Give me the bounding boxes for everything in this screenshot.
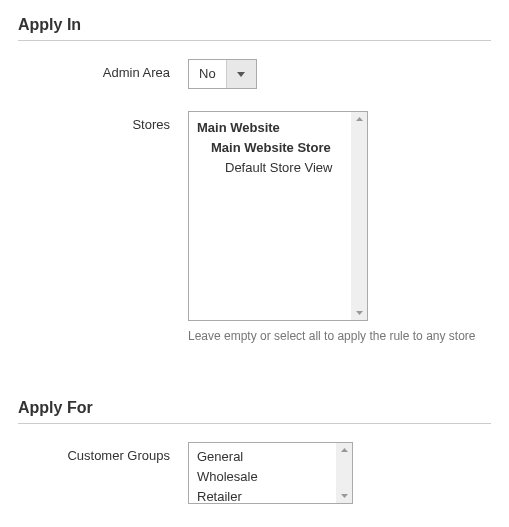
scroll-up-icon[interactable] [351, 112, 367, 126]
admin-area-value: No [189, 60, 226, 88]
scrollbar[interactable] [351, 112, 367, 320]
svg-marker-0 [237, 72, 245, 77]
stores-listbox[interactable]: Main Website Main Website Store Default … [188, 111, 368, 321]
list-item[interactable]: Retailer [197, 487, 344, 504]
divider [18, 40, 491, 41]
svg-marker-2 [356, 311, 363, 315]
field-customer-groups: Customer Groups General Wholesale Retail… [18, 442, 491, 504]
admin-area-select[interactable]: No [188, 59, 257, 89]
list-item[interactable]: Wholesale [197, 467, 344, 487]
section-title-apply-for: Apply For [18, 399, 491, 417]
divider [18, 423, 491, 424]
field-admin-area: Admin Area No [18, 59, 491, 89]
list-item[interactable]: Main Website [197, 118, 359, 138]
svg-marker-4 [341, 494, 348, 498]
list-item[interactable]: Default Store View [197, 158, 359, 178]
svg-marker-1 [356, 117, 363, 121]
label-stores: Stores [18, 111, 188, 132]
label-admin-area: Admin Area [18, 59, 188, 80]
field-stores: Stores Main Website Main Website Store D… [18, 111, 491, 343]
scroll-up-icon[interactable] [336, 443, 352, 457]
section-title-apply-in: Apply In [18, 16, 491, 34]
scrollbar[interactable] [336, 443, 352, 503]
svg-marker-3 [341, 448, 348, 452]
list-item[interactable]: General [197, 447, 344, 467]
label-customer-groups: Customer Groups [18, 442, 188, 463]
list-item[interactable]: Main Website Store [197, 138, 359, 158]
stores-note: Leave empty or select all to apply the r… [188, 329, 491, 343]
scroll-down-icon[interactable] [351, 306, 367, 320]
chevron-down-icon [226, 60, 256, 88]
scroll-down-icon[interactable] [336, 489, 352, 503]
customer-groups-listbox[interactable]: General Wholesale Retailer [188, 442, 353, 504]
